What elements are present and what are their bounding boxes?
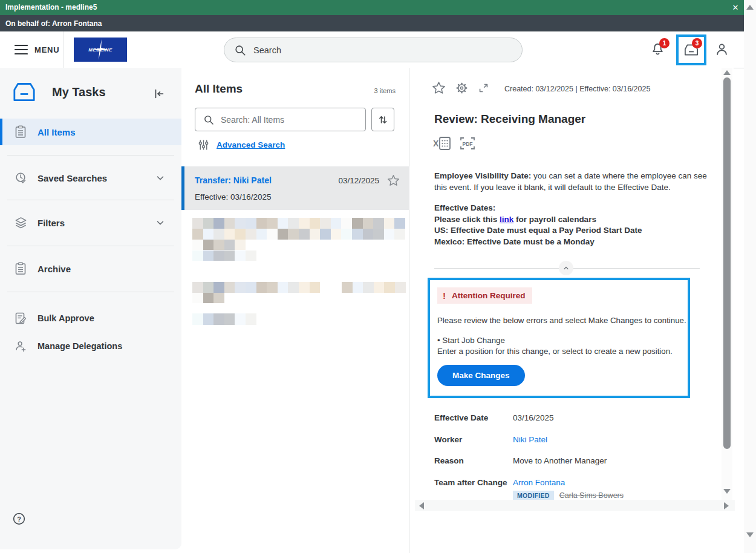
sidebar-item-label: All Items (37, 127, 76, 137)
header-divider (63, 31, 64, 68)
sidebar-item-manage-delegations[interactable]: Manage Delegations (0, 335, 181, 357)
scrollbar-thumb[interactable] (723, 77, 731, 449)
page-scroll-down-arrow[interactable] (746, 532, 754, 537)
inbox-highlight-annotation (676, 34, 706, 65)
collapse-section-button[interactable] (559, 261, 573, 275)
gear-icon[interactable] (455, 81, 469, 95)
make-changes-button[interactable]: Make Changes (437, 365, 525, 386)
inbox-badge: 3 (692, 38, 702, 48)
global-search-input[interactable] (253, 45, 507, 55)
hamburger-icon (15, 44, 28, 55)
menu-button[interactable]: MENU (15, 31, 59, 68)
scroll-right-arrow[interactable] (724, 502, 729, 509)
detail-horizontal-scrollbar[interactable] (415, 500, 735, 511)
task-item-title[interactable]: Transfer: Niki Patel (195, 175, 272, 185)
export-excel-icon[interactable]: X (433, 136, 451, 151)
redacted-row (192, 282, 320, 293)
sidebar-item-label: Saved Searches (37, 173, 107, 183)
expand-icon[interactable] (478, 82, 489, 94)
sidebar-divider (7, 292, 174, 292)
help-icon[interactable]: ? (12, 512, 26, 526)
window-titlebar: Implementation - medline5 ✕ (0, 0, 744, 15)
star-icon[interactable] (387, 174, 400, 187)
list-search-input[interactable] (221, 115, 354, 125)
attention-required-chip: ! Attention Required (437, 287, 532, 304)
search-icon (203, 114, 214, 125)
sidebar-divider (7, 200, 174, 200)
task-item-effective-date: Effective: 03/16/2025 (195, 192, 272, 201)
removed-manager-name: Carla Sims Bowers (559, 491, 624, 500)
detail-title: Review: Receiving Manager (434, 113, 585, 126)
sidebar-item-bulk-approve[interactable]: Bulk Approve (0, 307, 181, 329)
payroll-calendars-link[interactable]: link (500, 215, 513, 224)
my-tasks-sidebar: My Tasks All Items Saved Searches (0, 68, 181, 549)
field-value: Move to Another Manager (513, 456, 607, 465)
attention-required-panel: ! Attention Required Please review the b… (428, 278, 690, 398)
attention-error-detail: Enter a position for this change, or sel… (437, 347, 684, 356)
page-scrollbar[interactable] (744, 0, 756, 553)
sidebar-item-label: Manage Delegations (37, 341, 122, 351)
attention-required-title: Attention Required (452, 291, 526, 300)
advanced-search-link[interactable]: Advanced Search (217, 140, 285, 149)
redacted-row (192, 293, 224, 303)
profile-button[interactable] (714, 41, 730, 57)
sort-button[interactable] (371, 108, 394, 131)
sidebar-item-saved-searches[interactable]: Saved Searches (0, 166, 181, 190)
favorite-star-icon[interactable] (432, 81, 446, 95)
search-icon (234, 44, 246, 56)
medline-logo[interactable]: MEDLINE (74, 38, 127, 62)
team-after-change-link[interactable]: Arron Fontana (513, 478, 565, 487)
sidebar-item-label: Bulk Approve (37, 313, 94, 323)
sidebar-item-label: Filters (37, 218, 65, 228)
chevron-up-icon (562, 264, 570, 272)
scroll-up-arrow[interactable] (723, 70, 731, 75)
global-search[interactable] (224, 38, 523, 62)
scroll-left-arrow[interactable] (419, 502, 424, 509)
worker-link[interactable]: Niki Patel (513, 435, 547, 444)
sidebar-item-filters[interactable]: Filters (0, 211, 181, 235)
payroll-calendars-line: Please click this link for payroll calen… (434, 214, 709, 226)
sidebar-divider (7, 246, 174, 246)
page-scroll-up-arrow[interactable] (746, 5, 754, 10)
effective-dates-note: Effective Dates: Please click this link … (434, 203, 709, 247)
collapse-sidebar-icon[interactable] (152, 87, 166, 100)
task-detail-panel: Created: 03/12/2025 | Effective: 03/16/2… (409, 68, 734, 553)
sidebar-item-archive[interactable]: Archive (0, 257, 181, 281)
app-header: MENU MEDLINE 1 3 (0, 31, 744, 68)
field-label: Team after Change (434, 478, 507, 487)
sliders-icon (198, 139, 209, 151)
us-effective-date-rule: US: Effective Date must equal a Pay Peri… (434, 225, 709, 237)
modified-badge: MODIFIED (513, 491, 554, 500)
attention-error-item: • Start Job Change (437, 336, 684, 345)
list-panel-title: All Items (195, 82, 243, 96)
link-line-post: for payroll calendars (513, 215, 596, 224)
field-value: 03/16/2025 (513, 413, 554, 422)
created-effective-meta: Created: 03/12/2025 | Effective: 03/16/2… (504, 85, 650, 93)
redacted-row (342, 282, 406, 293)
redacted-row (192, 250, 256, 261)
detail-vertical-scrollbar[interactable] (722, 68, 732, 511)
advanced-search[interactable]: Advanced Search (198, 139, 285, 151)
impersonation-text: On behalf of: Arron Fontana (5, 19, 102, 28)
svg-text:X: X (433, 139, 439, 148)
impersonation-bar: On behalf of: Arron Fontana (0, 15, 744, 31)
app-window: Implementation - medline5 ✕ On behalf of… (0, 0, 756, 553)
notifications-badge: 1 (659, 38, 670, 48)
field-team-after-change: Team after Change Arron Fontana (434, 478, 709, 489)
clipboard-list-icon (15, 262, 27, 275)
field-reason: Reason Move to Another Manager (434, 456, 709, 467)
list-search-box[interactable] (195, 108, 366, 131)
redacted-row (192, 229, 405, 240)
redacted-row (192, 240, 246, 250)
sidebar-item-all-items[interactable]: All Items (0, 119, 181, 145)
attention-body-text: Please review the below errors and selec… (437, 316, 684, 325)
sidebar-header: My Tasks (12, 82, 106, 102)
chevron-down-icon (155, 217, 166, 228)
scroll-down-arrow[interactable] (723, 489, 731, 494)
selected-item-accent-bar (181, 166, 184, 210)
task-item-date: 03/12/2025 (338, 176, 379, 185)
sidebar-divider (7, 155, 174, 155)
close-icon[interactable]: ✕ (728, 2, 743, 14)
export-pdf-icon[interactable]: PDF (459, 136, 476, 151)
task-list-item-selected[interactable]: Transfer: Niki Patel 03/12/2025 Effectiv… (181, 166, 409, 210)
